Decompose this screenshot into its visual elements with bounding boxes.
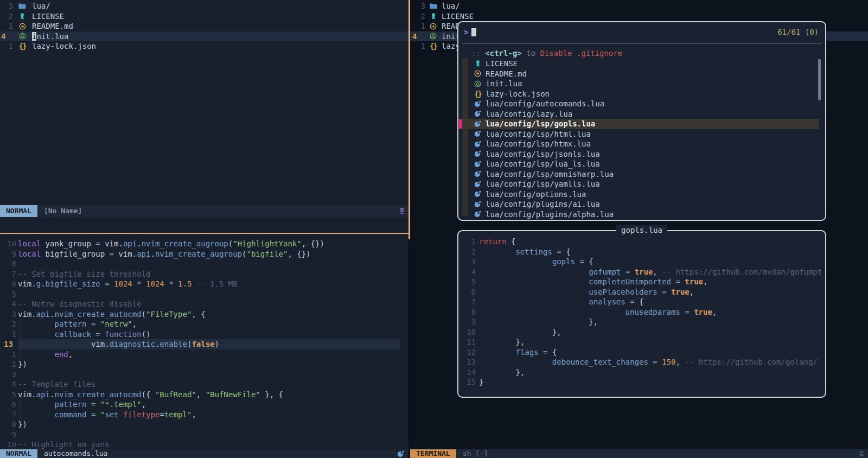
- statusline-explorer: NORMAL [No Name] ≣: [0, 205, 409, 217]
- code-line[interactable]: 2}): [0, 359, 409, 370]
- lua-icon: [474, 110, 482, 117]
- code-line[interactable]: 7 analyses = {: [458, 297, 824, 307]
- explorer-item-license[interactable]: 2LICENSE: [410, 11, 868, 22]
- code-line[interactable]: 4-- Netrw diagnostic disable: [0, 299, 409, 309]
- code-text: vim.api.nvim_create_autocmd({ "BufRead",…: [18, 390, 400, 400]
- fzf-prompt-row[interactable]: > 61/61 (0): [464, 27, 819, 37]
- fzf-item-init-lua[interactable]: init.lua: [458, 79, 819, 89]
- fzf-item-license[interactable]: LICENSE: [458, 59, 819, 69]
- window-separator[interactable]: [409, 239, 410, 458]
- lua-icon: [397, 450, 404, 457]
- line-number: 2: [0, 319, 16, 329]
- code-line[interactable]: 6vim.g.bigfile_size = 1024 * 1024 * 1.5 …: [0, 279, 409, 289]
- fzf-item-lua-config-lsp-gopls-lua[interactable]: lua/config/lsp/gopls.lua: [458, 119, 819, 129]
- explorer-item-readme-md[interactable]: 1README.md: [0, 21, 409, 31]
- fzf-item-lua-config-lsp-omnisharp-lua[interactable]: lua/config/lsp/omnisharp.lua: [458, 169, 819, 180]
- code-line[interactable]: 2 settings = {: [458, 247, 824, 257]
- code-line[interactable]: 5vim.api.nvim_create_autocmd({ "BufRead"…: [0, 390, 409, 400]
- fzf-item-lua-config-lsp-html-lua[interactable]: lua/config/lsp/html.lua: [458, 129, 819, 139]
- code-line[interactable]: 10local yank_group = vim.api.nvim_create…: [0, 239, 409, 249]
- lua-icon: [474, 141, 482, 148]
- code-line[interactable]: 10 },: [458, 327, 824, 338]
- fzf-item-lazy-lock-json[interactable]: {}lazy-lock.json: [458, 89, 819, 99]
- code-text: local yank_group = vim.api.nvim_create_a…: [18, 239, 400, 249]
- preview-code: 1return {2 settings = {3 gopls = {4 gofu…: [458, 237, 824, 387]
- code-line[interactable]: 6 usePlaceholders = true,: [458, 287, 824, 297]
- code-line[interactable]: 7-- Set bigfile size threshold: [0, 269, 409, 279]
- window-separator-horizontal[interactable]: [0, 233, 409, 234]
- code-line[interactable]: 15}: [458, 377, 824, 387]
- header-action[interactable]: Disable .gitignore: [540, 49, 622, 58]
- code-line[interactable]: 1return {: [458, 237, 824, 247]
- fzf-item-lua-config-autocomands-lua[interactable]: lua/config/autocomands.lua: [458, 99, 819, 109]
- code-text: │ end,: [18, 349, 400, 360]
- code-text: }): [18, 419, 400, 430]
- tree-icon: ≣: [400, 206, 404, 217]
- code-text: },: [479, 367, 824, 378]
- code-text: },: [479, 317, 824, 327]
- code-line[interactable]: 3vim.api.nvim_create_autocmd("FileType",…: [0, 309, 409, 320]
- json-icon: {}: [429, 41, 437, 52]
- fzf-item-lua-config-plugins-alpha-lua[interactable]: lua/config/plugins/alpha.lua: [458, 209, 819, 220]
- code-line[interactable]: 6│ pattern = "*.templ",: [0, 399, 409, 410]
- code-line[interactable]: 8}): [0, 419, 409, 430]
- code-line[interactable]: 12 flags = {: [458, 347, 824, 358]
- fzf-item-lua-config-lsp-lua-ls-lua[interactable]: lua/config/lsp/lua_ls.lua: [458, 159, 819, 169]
- line-number: 9: [0, 430, 16, 440]
- buffer-name: [No Name]: [44, 206, 82, 217]
- fzf-item-lua-config-plugins-ai-lua[interactable]: lua/config/plugins/ai.lua: [458, 199, 819, 209]
- code-line[interactable]: 3: [0, 370, 409, 380]
- lua-icon: [474, 190, 482, 198]
- code-line[interactable]: 9: [0, 430, 409, 440]
- explorer-item-lua[interactable]: 3lua/: [410, 1, 868, 11]
- line-number: 1: [0, 41, 13, 52]
- explorer-item-lua[interactable]: 3lua/: [0, 1, 409, 11]
- code-line[interactable]: 8: [0, 259, 409, 269]
- file-explorer-left: 3lua/2LICENSE1README.md4init.lua1{}lazy-…: [0, 1, 409, 52]
- fzf-item-lua-config-lsp-htmx-lua[interactable]: lua/config/lsp/htmx.lua: [458, 139, 819, 149]
- fzf-item-lua-config-lazy-lua[interactable]: lua/config/lazy.lua: [458, 109, 819, 119]
- code-line[interactable]: 9local bigfile_group = vim.api.nvim_crea…: [0, 249, 409, 259]
- line-number: 1: [0, 21, 13, 31]
- fzf-item-lua-config-lsp-yamlls-lua[interactable]: lua/config/lsp/yamlls.lua: [458, 179, 819, 189]
- line-number: 3: [0, 370, 16, 380]
- line-number: 12: [458, 347, 476, 358]
- file-name: lua/config/plugins/alpha.lua: [486, 209, 614, 220]
- fzf-item-readme-md[interactable]: README.md: [458, 69, 819, 79]
- code-text: },: [479, 327, 824, 338]
- window-separator-active[interactable]: [409, 0, 410, 239]
- code-text: unusedparams = true,: [479, 307, 824, 317]
- fzf-item-lua-config-options-lua[interactable]: lua/config/options.lua: [458, 189, 819, 200]
- fzf-item-lua-config-lsp-jsonls-lua[interactable]: lua/config/lsp/jsonls.lua: [458, 149, 819, 160]
- text-cursor: [471, 28, 476, 36]
- code-line[interactable]: 2│ pattern = "netrw",: [0, 319, 409, 329]
- code-line[interactable]: 9 },: [458, 317, 824, 327]
- code-line[interactable]: 5: [0, 289, 409, 300]
- code-line[interactable]: 14 },: [458, 367, 824, 378]
- code-buffer-autocommands: 10local yank_group = vim.api.nvim_create…: [0, 239, 409, 450]
- lua-icon: [474, 120, 482, 128]
- line-number: 6: [0, 399, 16, 410]
- code-line[interactable]: 13 debounce_text_changes = 150, -- https…: [458, 357, 824, 367]
- fzf-scrollbar[interactable]: [818, 59, 821, 100]
- code-line[interactable]: 13│ │ vim.diagnostic.enable(false): [0, 339, 409, 349]
- code-line[interactable]: 4-- Template files: [0, 379, 409, 390]
- code-line[interactable]: 1│ end,: [0, 349, 409, 360]
- file-name: lua/config/lsp/yamlls.lua: [486, 179, 600, 189]
- code-line[interactable]: 11 },: [458, 337, 824, 347]
- code-line[interactable]: 5 completeUnimported = true,: [458, 277, 824, 287]
- explorer-item-lazy-lock-json[interactable]: 1{}lazy-lock.json: [0, 41, 409, 52]
- code-line[interactable]: 3 gopls = {: [458, 257, 824, 267]
- explorer-item-init-lua[interactable]: 4init.lua: [0, 31, 409, 42]
- line-number: 4: [410, 31, 425, 42]
- code-line[interactable]: 7│ command = "set filetype=templ",: [0, 410, 409, 420]
- code-line[interactable]: 8 unusedparams = true,: [458, 307, 824, 317]
- explorer-item-license[interactable]: 2LICENSE: [0, 11, 409, 22]
- fzf-picker-popup: > 61/61 (0) :: <ctrl-g> to Disable .giti…: [457, 21, 826, 221]
- line-number: 4: [0, 379, 16, 390]
- code-line[interactable]: 10-- Highlight on yank: [0, 440, 409, 450]
- fzf-preview-popup: gopls.lua 1return {2 settings = {3 gopls…: [457, 230, 826, 398]
- file-name: lua/: [442, 1, 460, 11]
- code-line[interactable]: 1│ callback = function(): [0, 329, 409, 340]
- code-line[interactable]: 4 gofumpt = true, -- https://github.com/…: [458, 267, 824, 277]
